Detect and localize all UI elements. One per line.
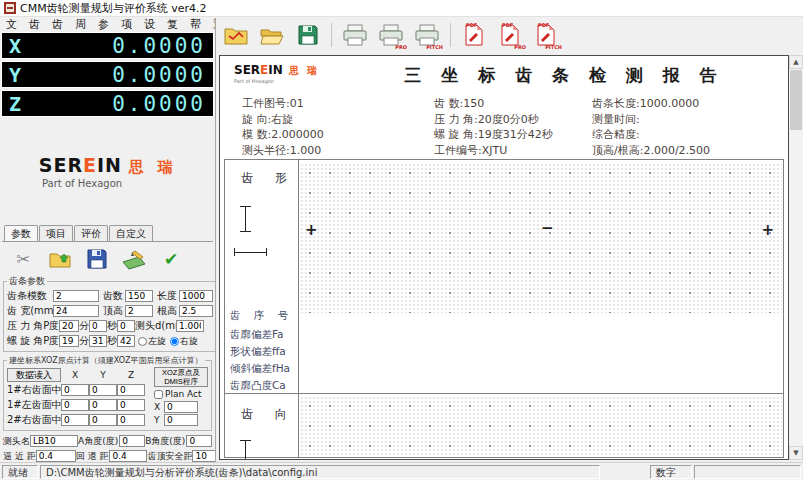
window-title: CMM齿轮测量规划与评价系统 ver4.2: [20, 1, 206, 16]
slope-deviation-label: 倾斜偏差fHa: [230, 362, 290, 376]
scroll-down-arrow[interactable]: ▼: [789, 446, 803, 460]
tab-params[interactable]: 参数: [4, 225, 38, 241]
new-report-button[interactable]: [221, 22, 251, 49]
title-bar: CMM齿轮测量规划与评价系统 ver4.2: [0, 0, 803, 17]
save-report-button[interactable]: [293, 22, 323, 49]
menu-reset[interactable]: 复位: [161, 18, 184, 31]
pdf-profile-tag: PRO: [514, 45, 526, 50]
confirm-button[interactable]: ✔: [156, 246, 186, 272]
origin-x-input[interactable]: [164, 401, 198, 413]
coord-row1-z[interactable]: [117, 384, 145, 396]
menu-pitch[interactable]: 周节: [69, 18, 92, 31]
menu-settings[interactable]: 设置: [138, 18, 161, 31]
approach-input[interactable]: [36, 450, 76, 462]
dro-z-value: 0.0000: [112, 92, 206, 116]
menu-help[interactable]: 帮助: [184, 18, 207, 31]
pressure-deg-input[interactable]: [59, 320, 79, 332]
menu-file[interactable]: 文件: [0, 18, 23, 31]
menu-params[interactable]: 参数: [92, 18, 115, 31]
tip-label: 顶高: [99, 304, 123, 318]
coord-row2-y[interactable]: [89, 399, 117, 411]
width-label: 齿 宽(mm): [7, 304, 53, 318]
probe-d-input[interactable]: [176, 320, 204, 332]
print-pitch-button[interactable]: PITCH: [412, 22, 442, 49]
form-deviation-label: 形状偏差ffa: [230, 345, 286, 359]
edit-pad-icon: [121, 248, 147, 270]
status-ready: 就绪: [2, 465, 38, 479]
probe-params: 测头名 A角度(度) B角度(度) 逼 近 距 回 退 距 齿顶安全距 测量速度…: [0, 434, 215, 462]
logo-tagline: Part of Hexagon: [0, 178, 122, 189]
helix-sec-input[interactable]: [117, 335, 135, 347]
a-angle-input[interactable]: [119, 435, 145, 447]
info-cell: 压 力 角:20度0分0秒: [434, 112, 592, 128]
helix-deg-input[interactable]: [59, 335, 79, 347]
plan-act-checkbox[interactable]: Plan Act: [154, 388, 208, 400]
xoz-origin-button[interactable]: XOZ原点及DMIS程序: [154, 367, 208, 387]
tab-evaluate[interactable]: 评价: [74, 225, 108, 241]
pressure-min-input[interactable]: [89, 320, 107, 332]
scroll-thumb[interactable]: [790, 70, 802, 130]
pdf-word: PDF: [538, 23, 549, 28]
helix-min-input[interactable]: [89, 335, 107, 347]
cut-button[interactable]: ✂: [8, 246, 38, 272]
retract-input[interactable]: [109, 450, 147, 462]
data-read-button[interactable]: 数据读入: [7, 368, 61, 382]
report-folder-icon: [223, 24, 249, 46]
menu-profile[interactable]: 齿形: [23, 18, 46, 31]
safety-input[interactable]: [192, 450, 215, 462]
col-x-header: X: [61, 370, 89, 380]
menu-flank[interactable]: 齿向: [46, 18, 69, 31]
coord-row2-x[interactable]: [61, 399, 89, 411]
teeth-input[interactable]: [125, 290, 153, 302]
tab-custom[interactable]: 自定义: [109, 225, 153, 241]
tab-project[interactable]: 项目: [39, 225, 73, 241]
coord-row3-label: 2#右齿面中点: [7, 413, 61, 427]
report-scrollbar[interactable]: ▲ ▼: [789, 55, 803, 460]
save-params-button[interactable]: [82, 246, 112, 272]
coord-row3-x[interactable]: [61, 414, 89, 426]
info-cell: 齿条长度:1000.0000: [592, 96, 782, 112]
left-hand-radio[interactable]: 左旋: [138, 335, 166, 348]
pdf-all-button[interactable]: PDF: [459, 22, 489, 49]
module-input[interactable]: [53, 290, 99, 302]
report-info-grid: 工件图号:01 齿 数:150 齿条长度:1000.0000 旋 向:右旋 压 …: [242, 96, 782, 158]
toolbar-separator: [450, 23, 451, 47]
dro-y-label: Y: [9, 63, 21, 87]
edit-plan-button[interactable]: [119, 246, 149, 272]
menu-project[interactable]: 项目: [115, 18, 138, 31]
dro-x-value: 0.0000: [112, 34, 206, 58]
import-button[interactable]: [45, 246, 75, 272]
pdf-pitch-button[interactable]: PDF PITCH: [531, 22, 561, 49]
floppy-icon: [86, 248, 108, 270]
status-spacer: [694, 465, 801, 479]
coord-row1-y[interactable]: [89, 384, 117, 396]
a-angle-label: A角度(度): [78, 435, 118, 448]
profile-deviation-label: 齿廓偏差Fa: [230, 328, 284, 342]
print-all-button[interactable]: [340, 22, 370, 49]
info-cell: 测头半径:1.000: [242, 143, 434, 159]
pdf-profile-button[interactable]: PDF PRO: [495, 22, 525, 49]
root-input[interactable]: [179, 305, 213, 317]
serein-logo: SEREIN 思 瑞 Part of Hexagon: [0, 119, 215, 223]
scissors-icon: ✂: [16, 249, 30, 269]
open-report-button[interactable]: [257, 22, 287, 49]
probe-name-input[interactable]: [30, 435, 78, 447]
width-input[interactable]: [53, 305, 99, 317]
folder-import-icon: [48, 248, 72, 270]
coord-row3-y[interactable]: [89, 414, 117, 426]
origin-y-input[interactable]: [164, 414, 198, 426]
coord-row3-z[interactable]: [117, 414, 145, 426]
length-input[interactable]: [179, 290, 213, 302]
tip-input[interactable]: [125, 305, 153, 317]
info-cell: 旋 向:右旋: [242, 112, 434, 128]
b-angle-input[interactable]: [186, 435, 212, 447]
pressure-sec-input[interactable]: [117, 320, 135, 332]
coord-row1-x[interactable]: [61, 384, 89, 396]
coord-row2-z[interactable]: [117, 399, 145, 411]
report-logo-text: SEREIN: [234, 63, 283, 77]
plan-act-label: Plan Act: [165, 389, 201, 399]
scroll-up-arrow[interactable]: ▲: [789, 55, 803, 69]
print-profile-button[interactable]: PRO: [376, 22, 406, 49]
probe-name-label: 测头名: [3, 435, 30, 448]
right-hand-radio[interactable]: 右旋: [170, 335, 198, 348]
